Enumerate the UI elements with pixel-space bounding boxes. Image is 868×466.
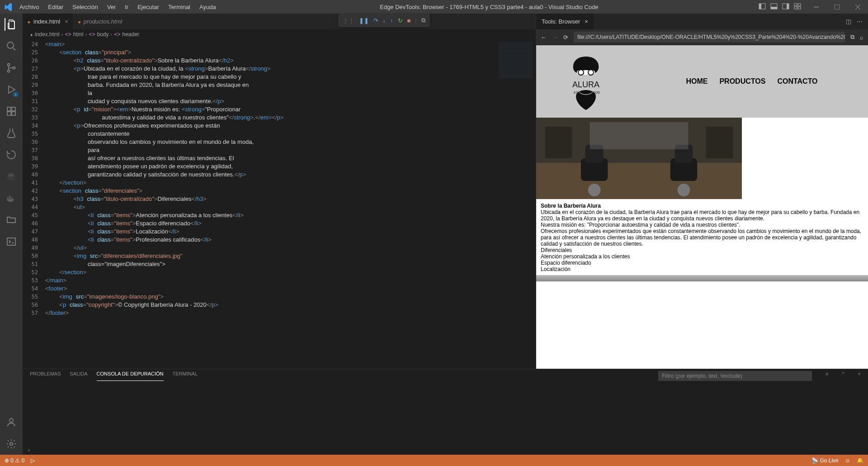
site-nav: HOME PRODUCTOS CONTACTO — [636, 77, 868, 86]
tab-productos[interactable]: ⬥ productos.html — [73, 14, 127, 29]
feedback-icon[interactable]: ☺ — [845, 457, 850, 464]
debug-start-icon[interactable]: ▷ — [31, 457, 35, 464]
step-over-icon[interactable]: ↷ — [373, 17, 378, 24]
scrollbar[interactable] — [536, 275, 868, 281]
layout-panel-right-icon[interactable] — [782, 3, 789, 11]
open-external-icon[interactable]: ⧉ — [850, 33, 854, 41]
layout-panel-bottom-icon[interactable] — [770, 3, 778, 11]
debug-console[interactable] — [23, 383, 868, 445]
folder-icon[interactable] — [5, 214, 18, 226]
close-icon[interactable]: × — [585, 18, 588, 25]
devtools-toggle-icon[interactable]: ⌕ — [860, 34, 863, 41]
element-icon: <> — [89, 31, 95, 38]
list-item: Localización — [541, 266, 863, 272]
edge-icon[interactable] — [5, 170, 18, 183]
tab-problemas[interactable]: PROBLEMAS — [30, 371, 61, 381]
svg-rect-36 — [545, 127, 572, 158]
accounts-icon[interactable] — [5, 416, 18, 428]
svg-rect-8 — [794, 7, 797, 9]
extensions-icon[interactable] — [5, 105, 18, 118]
more-icon[interactable]: ⋯ — [857, 18, 863, 25]
menu-editar[interactable]: Editar — [44, 2, 67, 12]
url-bar[interactable]: file:///C:/Users/LATITUDE/Desktop/ONE-OR… — [574, 32, 845, 43]
go-live-button[interactable]: 📡 Go Live — [811, 457, 839, 464]
browser-toolbar: ← → ⟳ file:///C:/Users/LATITUDE/Desktop/… — [536, 29, 868, 45]
pause-icon[interactable]: ❚❚ — [359, 17, 369, 24]
svg-text:ALURA: ALURA — [572, 80, 599, 89]
menu-terminal[interactable]: Terminal — [165, 2, 194, 12]
step-out-icon[interactable]: ↑ — [390, 17, 393, 24]
breadcrumb-item[interactable]: header — [122, 31, 139, 38]
menu-ir[interactable]: Ir — [121, 2, 132, 12]
bell-icon[interactable]: 🔔 — [857, 457, 863, 464]
close-window-button[interactable] — [847, 0, 868, 14]
tab-salida[interactable]: SALIDA — [70, 371, 87, 381]
docker-icon[interactable] — [5, 192, 18, 204]
refresh-tests-icon[interactable] — [5, 148, 18, 161]
devtools-icon[interactable]: ⧉ — [421, 17, 425, 24]
close-panel-icon[interactable]: × — [858, 371, 861, 381]
tab-label: productos.html — [84, 18, 122, 25]
run-debug-icon[interactable]: 1 — [5, 83, 18, 96]
debug-toolbar[interactable]: ⋮⋮ ❚❚ ↷ ↓ ↑ ↻ ■ | ⧉ — [338, 14, 430, 27]
breadcrumb-item[interactable]: html — [73, 31, 84, 38]
tab-index[interactable]: ⬥ index.html × — [23, 14, 73, 29]
terminal-activity-icon[interactable] — [5, 235, 18, 248]
breadcrumb-item[interactable]: index.html — [35, 31, 60, 38]
restart-icon[interactable]: ↻ — [398, 17, 403, 24]
tab-label: Tools: Browser — [542, 18, 580, 25]
svg-rect-23 — [11, 197, 12, 199]
close-icon[interactable]: × — [65, 18, 68, 25]
search-icon[interactable] — [5, 40, 18, 52]
stop-icon[interactable]: ■ — [407, 17, 411, 24]
element-icon: <> — [65, 31, 71, 38]
status-errors[interactable]: ⊗ 0 ⚠ 0 — [5, 457, 24, 464]
reload-icon[interactable]: ⟳ — [563, 34, 568, 41]
menu-seleccion[interactable]: Selección — [69, 2, 101, 12]
back-icon[interactable]: ← — [541, 34, 547, 41]
window-title: Edge DevTools: Browser - 1769-HTML5 y CS… — [220, 4, 759, 10]
breadcrumb-item[interactable]: body — [97, 31, 108, 38]
nav-productos[interactable]: PRODUCTOS — [719, 77, 765, 86]
source-control-icon[interactable] — [5, 62, 18, 74]
menu-bar: Archivo Editar Selección Ver Ir Ejecutar… — [16, 2, 220, 12]
breadcrumb[interactable]: ⬥index.html › <>html › <>body › <>header — [23, 29, 536, 39]
svg-rect-28 — [577, 70, 595, 75]
maximize-button[interactable] — [826, 0, 847, 14]
svg-rect-1 — [759, 4, 761, 9]
settings-icon[interactable]: ≡ — [826, 371, 828, 381]
nav-contacto[interactable]: CONTACTO — [777, 77, 817, 86]
paragraph: Ofrecemos profesionales experimentados q… — [541, 228, 863, 247]
maximize-panel-icon[interactable]: ^ — [842, 371, 844, 381]
layout-customize-icon[interactable] — [794, 3, 801, 11]
testing-icon[interactable] — [5, 127, 18, 139]
menu-ayuda[interactable]: Ayuda — [196, 2, 220, 12]
panel-breadcrumb[interactable]: › — [23, 445, 868, 455]
minimize-button[interactable] — [806, 0, 826, 14]
list-item: Espacio diferenciado — [541, 260, 863, 266]
explorer-icon[interactable] — [5, 18, 17, 31]
menu-archivo[interactable]: Archivo — [16, 2, 42, 12]
hero-image — [536, 118, 742, 199]
menu-ver[interactable]: Ver — [104, 2, 120, 12]
tab-tools-browser[interactable]: Tools: Browser × — [536, 14, 594, 29]
tab-label: index.html — [33, 18, 60, 25]
split-editor-icon[interactable]: ◫ — [846, 18, 851, 25]
menu-ejecutar[interactable]: Ejecutar — [134, 2, 163, 12]
filter-input[interactable]: Filtro (por ejemplo, text, !exclude) — [658, 371, 812, 381]
svg-point-15 — [13, 67, 15, 69]
nav-home[interactable]: HOME — [686, 77, 708, 86]
svg-rect-22 — [9, 197, 10, 199]
svg-rect-9 — [798, 7, 801, 9]
settings-gear-icon[interactable] — [5, 437, 18, 450]
forward-icon[interactable]: → — [552, 34, 558, 41]
svg-point-12 — [7, 42, 14, 48]
section-title: Diferenciales — [541, 247, 863, 253]
tab-consola[interactable]: CONSOLA DE DEPURACIÓN — [97, 371, 164, 381]
tab-terminal[interactable]: TERMINAL — [173, 371, 198, 381]
layout-panel-left-icon[interactable] — [759, 3, 766, 11]
svg-rect-21 — [7, 197, 9, 199]
step-into-icon[interactable]: ↓ — [383, 17, 386, 24]
svg-rect-11 — [835, 5, 840, 10]
drag-handle-icon[interactable]: ⋮⋮ — [343, 17, 354, 24]
